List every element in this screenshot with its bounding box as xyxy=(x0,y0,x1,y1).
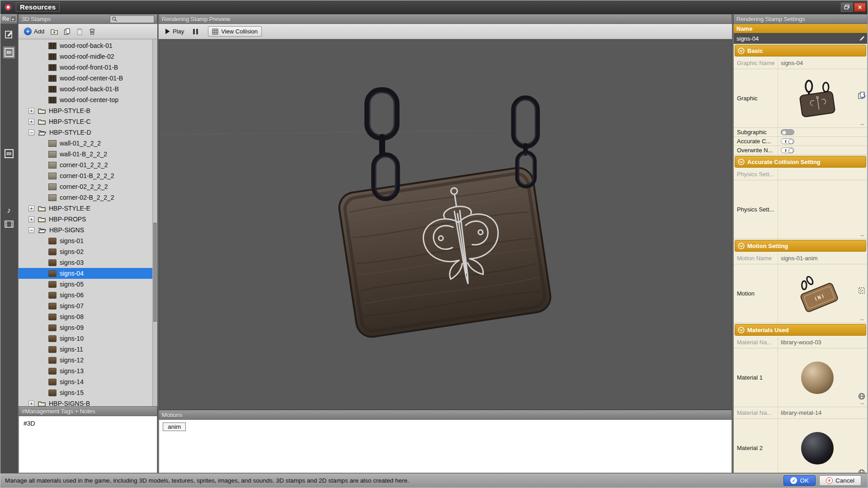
stamp-search-box[interactable] xyxy=(110,15,154,23)
expand-motion-arrow-icon[interactable]: → xyxy=(859,316,865,322)
tree-scrollbar-thumb[interactable] xyxy=(153,223,157,322)
tree-item[interactable]: signs-02 xyxy=(19,246,157,257)
tree-item[interactable]: corner-02-B_2_2_2 xyxy=(19,192,157,203)
ok-button[interactable]: ✓ OK xyxy=(783,475,816,486)
tree-item[interactable]: wall-01-B_2_2_2 xyxy=(19,149,157,160)
2d-stamps-category-button[interactable]: 2D xyxy=(3,148,15,160)
subgraphic-toggle[interactable] xyxy=(781,129,794,135)
tags-notes-area[interactable]: #3D xyxy=(19,416,157,473)
tree-item[interactable]: signs-07 xyxy=(19,300,157,311)
accurate-collision-section-header[interactable]: Accurate Collision Setting xyxy=(735,156,866,168)
material1-globe-icon[interactable] xyxy=(858,393,865,400)
tree-item[interactable]: corner-01-B_2_2_2 xyxy=(19,170,157,181)
tree-item[interactable]: HBP-STYLE-C xyxy=(19,116,157,127)
cancel-button[interactable]: × Cancel xyxy=(819,475,861,486)
stamp-name-row[interactable]: signs-04 xyxy=(734,33,867,44)
stamp-thumbnail xyxy=(48,324,57,331)
tree-item[interactable]: signs-09 xyxy=(19,322,157,333)
material2-globe-icon[interactable] xyxy=(858,469,865,473)
tree-item[interactable]: HBP-STYLE-E xyxy=(19,203,157,214)
sound-category-button[interactable]: ♪ xyxy=(3,205,15,216)
physics-setting-row[interactable]: Physics Sett... → xyxy=(734,180,867,239)
stamp-thumbnail xyxy=(48,389,57,396)
tree-item[interactable]: signs-15 xyxy=(19,387,157,398)
tree-expander-icon[interactable] xyxy=(28,401,34,407)
expand-material1-arrow-icon[interactable]: → xyxy=(859,400,865,406)
tree-item-label: wood-roof-center-top xyxy=(60,96,118,103)
tree-item[interactable]: HBP-STYLE-D xyxy=(19,127,157,138)
motion-row[interactable]: Motion xyxy=(734,264,867,323)
tree-expander-icon[interactable] xyxy=(28,206,34,211)
graphic-thumbnail[interactable] xyxy=(778,69,856,127)
tree-item[interactable]: HBP-PROPS xyxy=(19,214,157,225)
accurate-collision-toggle[interactable] xyxy=(781,138,794,144)
tree-item[interactable]: signs-14 xyxy=(19,376,157,387)
tree-item[interactable]: wood-roof-back-01 xyxy=(19,40,157,51)
tree-item[interactable]: signs-13 xyxy=(19,366,157,376)
copy-button[interactable] xyxy=(61,26,72,37)
tree-item[interactable]: wall-01_2_2_2 xyxy=(19,138,157,149)
motion-thumbnail[interactable] xyxy=(778,264,856,323)
motion-section-header[interactable]: Motion Setting xyxy=(735,240,866,252)
tree-item[interactable]: signs-12 xyxy=(19,355,157,366)
tree-item[interactable]: signs-04 xyxy=(19,268,157,279)
basic-section-header[interactable]: Basic xyxy=(735,45,866,56)
tree-item[interactable]: wood-roof-midle-02 xyxy=(19,51,157,62)
tree-item[interactable]: signs-11 xyxy=(19,344,157,355)
stamp-tree[interactable]: wood-roof-back-01 wood-roof-midle-02 xyxy=(19,39,157,406)
tree-item[interactable]: corner-01_2_2_2 xyxy=(19,160,157,170)
tree-item[interactable]: signs-06 xyxy=(19,290,157,300)
play-button[interactable]: Play xyxy=(161,27,188,36)
tree-item[interactable]: HBP-STYLE-B xyxy=(19,105,157,116)
delete-button[interactable] xyxy=(87,26,98,37)
edit-name-icon[interactable] xyxy=(859,35,865,42)
graphic-row[interactable]: Graphic xyxy=(734,69,867,128)
pause-button[interactable] xyxy=(189,28,202,36)
tree-item[interactable]: HBP-SIGNS xyxy=(19,225,157,235)
materials-section-header[interactable]: Materials Used xyxy=(735,324,866,336)
3d-stamps-category-button[interactable]: 3D xyxy=(3,47,15,58)
close-window-button[interactable]: × xyxy=(854,3,866,12)
material2-row[interactable]: Material 2 xyxy=(734,419,867,473)
tree-item[interactable]: corner-02_2_2_2 xyxy=(19,181,157,192)
tree-item[interactable]: wood-roof-center-top xyxy=(19,94,157,105)
title-bar[interactable]: Resources × xyxy=(0,0,868,14)
tree-item[interactable]: wood-roof-center-01-B xyxy=(19,73,157,84)
resources-collapsed-tab[interactable]: Re ▸ xyxy=(0,14,17,24)
expand-panel-icon[interactable]: ▸ xyxy=(10,16,16,22)
tree-item[interactable]: signs-05 xyxy=(19,279,157,290)
stamp-preview-canvas[interactable] xyxy=(159,40,731,409)
search-input[interactable] xyxy=(117,16,152,22)
select-motion-icon[interactable] xyxy=(858,287,865,294)
tree-expander-icon[interactable] xyxy=(28,216,34,222)
tree-expander-icon[interactable] xyxy=(28,119,34,125)
tree-item[interactable]: wood-roof-front-01-B xyxy=(19,62,157,73)
tree-item[interactable]: HBP-SIGNS-B xyxy=(19,398,157,406)
replace-graphic-icon[interactable] xyxy=(858,91,866,99)
tree-scrollbar[interactable] xyxy=(152,39,157,406)
movie-category-button[interactable] xyxy=(3,218,15,230)
tree-item[interactable]: signs-01 xyxy=(19,235,157,246)
motion-item[interactable]: anim xyxy=(163,422,186,431)
physics-setting-value[interactable] xyxy=(778,180,856,239)
material1-row[interactable]: Material 1 → xyxy=(734,348,867,407)
tree-expander-icon[interactable] xyxy=(28,130,34,136)
view-collision-button[interactable]: View Collision xyxy=(208,26,262,37)
memo-category-button[interactable] xyxy=(3,28,15,40)
expand-physics-arrow-icon[interactable]: → xyxy=(859,232,865,238)
tree-item[interactable]: signs-03 xyxy=(19,257,157,268)
add-stamp-button[interactable]: + Add xyxy=(21,27,47,36)
material2-preview-sphere[interactable] xyxy=(801,432,834,465)
tree-expander-icon[interactable] xyxy=(28,227,34,233)
add-folder-button[interactable] xyxy=(49,26,60,37)
expand-graphic-arrow-icon[interactable]: → xyxy=(859,121,865,127)
restore-window-button[interactable] xyxy=(841,3,853,12)
tree-item[interactable]: signs-10 xyxy=(19,333,157,344)
tree-expander-icon[interactable] xyxy=(28,108,34,114)
3d-preview-viewport[interactable] xyxy=(159,39,732,410)
overwrite-toggle[interactable] xyxy=(781,147,794,153)
tree-item[interactable]: wood-roof-back-01-B xyxy=(19,84,157,94)
tree-item[interactable]: signs-08 xyxy=(19,311,157,322)
paste-button[interactable] xyxy=(74,26,85,37)
material1-preview-sphere[interactable] xyxy=(801,361,834,394)
